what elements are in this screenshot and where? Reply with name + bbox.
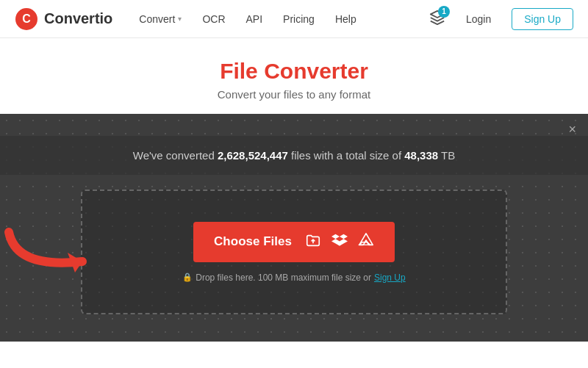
hero-subtitle: Convert your files to any format bbox=[0, 88, 588, 101]
logo-link[interactable]: C Convertio bbox=[15, 7, 112, 31]
layers-badge-count: 1 bbox=[438, 6, 450, 18]
dropzone[interactable]: Choose Files bbox=[81, 190, 507, 314]
layers-badge[interactable]: 1 bbox=[429, 10, 445, 29]
login-button[interactable]: Login bbox=[457, 9, 500, 29]
size-count: 48,338 bbox=[404, 149, 438, 162]
convert-chevron: ▾ bbox=[178, 15, 182, 23]
nav-link-pricing[interactable]: Pricing bbox=[274, 9, 323, 29]
logo-icon: C bbox=[15, 7, 38, 31]
nav-right: 1 Login Sign Up bbox=[429, 8, 573, 30]
navbar: C Convertio Convert ▾ OCR API Pricing He… bbox=[0, 0, 588, 38]
converter-area: × We've converted 2,628,524,447 files wi… bbox=[0, 114, 588, 342]
btn-icons bbox=[305, 232, 374, 252]
stats-bar: We've converted 2,628,524,447 files with… bbox=[0, 136, 588, 175]
drop-hint: 🔒 Drop files here. 100 MB maximum file s… bbox=[182, 273, 405, 283]
signup-link[interactable]: Sign Up bbox=[374, 273, 406, 283]
dropbox-icon[interactable] bbox=[331, 232, 348, 252]
lock-icon: 🔒 bbox=[182, 273, 193, 282]
folder-upload-icon[interactable] bbox=[305, 232, 321, 252]
stats-text: We've converted 2,628,524,447 files with… bbox=[29, 149, 559, 162]
arrow-icon bbox=[1, 225, 97, 276]
signup-button[interactable]: Sign Up bbox=[512, 8, 573, 30]
nav-links: Convert ▾ OCR API Pricing Help bbox=[130, 9, 429, 29]
google-drive-icon[interactable] bbox=[358, 232, 374, 252]
nav-link-api[interactable]: API bbox=[237, 9, 272, 29]
close-button[interactable]: × bbox=[568, 123, 576, 136]
nav-link-help[interactable]: Help bbox=[326, 9, 365, 29]
nav-link-ocr[interactable]: OCR bbox=[193, 9, 234, 29]
arrow-container bbox=[1, 225, 97, 279]
choose-files-button[interactable]: Choose Files bbox=[193, 222, 395, 262]
hero-section: File Converter Convert your files to any… bbox=[0, 38, 588, 114]
hero-title: File Converter bbox=[0, 59, 588, 84]
svg-text:C: C bbox=[22, 12, 31, 25]
nav-link-convert[interactable]: Convert ▾ bbox=[130, 9, 190, 29]
files-count: 2,628,524,447 bbox=[218, 149, 288, 162]
logo-text: Convertio bbox=[44, 10, 112, 27]
